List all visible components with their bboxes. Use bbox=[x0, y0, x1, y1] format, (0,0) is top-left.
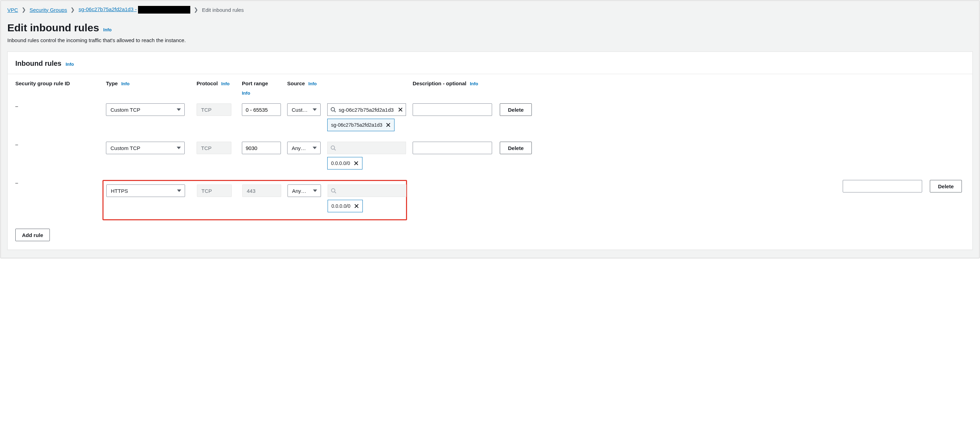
svg-point-0 bbox=[331, 108, 334, 111]
breadcrumb: VPC ❯ Security Groups ❯ sg-06c27b75a2fd2… bbox=[1, 1, 979, 16]
description-input[interactable] bbox=[413, 103, 492, 116]
port-range-input[interactable] bbox=[242, 142, 281, 154]
th-rule-id: Security group rule ID bbox=[15, 81, 106, 86]
delete-button[interactable]: Delete bbox=[930, 180, 962, 192]
rule-row: – HTTPS TCP 443 Anyw… bbox=[15, 176, 965, 227]
source-tag-text: 0.0.0.0/0 bbox=[331, 160, 350, 166]
breadcrumb-sg-id[interactable]: sg-06c27b75a2fd2a1d3 - bbox=[78, 6, 137, 12]
page-title: Edit inbound rules bbox=[7, 22, 99, 34]
th-type: Type bbox=[106, 81, 118, 86]
chevron-right-icon: ❯ bbox=[22, 6, 26, 13]
clear-icon[interactable] bbox=[398, 107, 403, 112]
remove-tag-icon[interactable] bbox=[354, 204, 359, 209]
chevron-right-icon: ❯ bbox=[70, 6, 75, 13]
delete-button[interactable]: Delete bbox=[500, 103, 532, 116]
chevron-down-icon bbox=[177, 147, 181, 149]
rule-id: – bbox=[15, 103, 106, 109]
rule-row: – Custom TCP TCP Custom bbox=[15, 99, 965, 138]
rules-table-header: Security group rule ID Type Info Protoco… bbox=[15, 74, 965, 99]
info-link[interactable]: Info bbox=[470, 81, 478, 86]
th-source: Source bbox=[287, 81, 305, 86]
page-subtitle: Inbound rules control the incoming traff… bbox=[7, 37, 973, 43]
source-tag-text: sg-06c27b75a2fd2a1d3 bbox=[331, 122, 382, 128]
source-search[interactable] bbox=[327, 142, 406, 154]
search-icon bbox=[330, 107, 336, 112]
rule-id: – bbox=[15, 180, 106, 185]
source-mode-select[interactable]: Anyw… bbox=[287, 142, 321, 154]
port-range-field: 443 bbox=[242, 184, 281, 197]
type-select[interactable]: Custom TCP bbox=[106, 103, 185, 116]
type-select[interactable]: Custom TCP bbox=[106, 142, 185, 154]
source-search[interactable] bbox=[328, 184, 406, 197]
info-link[interactable]: Info bbox=[65, 62, 74, 67]
source-tag-text: 0.0.0.0/0 bbox=[331, 203, 351, 209]
chevron-down-icon bbox=[313, 147, 317, 149]
info-link[interactable]: Info bbox=[221, 81, 230, 86]
remove-tag-icon[interactable] bbox=[386, 122, 391, 127]
info-link[interactable]: Info bbox=[242, 90, 250, 96]
chevron-down-icon bbox=[313, 190, 317, 192]
breadcrumb-vpc[interactable]: VPC bbox=[7, 7, 18, 13]
description-input[interactable] bbox=[843, 180, 922, 192]
panel-title: Inbound rules bbox=[15, 60, 61, 68]
chevron-down-icon bbox=[177, 190, 181, 192]
protocol-field: TCP bbox=[197, 142, 231, 154]
breadcrumb-current: Edit inbound rules bbox=[202, 7, 243, 13]
redacted-sg-name bbox=[138, 6, 190, 14]
info-link[interactable]: Info bbox=[309, 81, 317, 86]
delete-button[interactable]: Delete bbox=[500, 142, 532, 154]
chevron-down-icon bbox=[177, 109, 181, 111]
info-link[interactable]: Info bbox=[103, 27, 111, 32]
svg-line-7 bbox=[334, 149, 336, 151]
inbound-rules-panel: Inbound rules Info Security group rule I… bbox=[7, 52, 973, 250]
th-protocol: Protocol bbox=[197, 81, 218, 86]
source-tag: 0.0.0.0/0 bbox=[327, 157, 363, 170]
source-search[interactable]: sg-06c27b75a2fd2a1d3 bbox=[327, 103, 406, 116]
breadcrumb-security-groups[interactable]: Security Groups bbox=[30, 7, 67, 13]
chevron-right-icon: ❯ bbox=[194, 6, 198, 13]
svg-point-10 bbox=[331, 189, 335, 192]
protocol-field: TCP bbox=[197, 184, 232, 197]
add-rule-button[interactable]: Add rule bbox=[15, 229, 50, 241]
search-icon bbox=[330, 145, 336, 151]
description-input[interactable] bbox=[413, 142, 492, 154]
th-port-range: Port range bbox=[242, 81, 268, 86]
source-mode-select[interactable]: Anyw… bbox=[288, 184, 321, 197]
highlight-box: HTTPS TCP 443 Anyw… bbox=[102, 180, 407, 220]
source-tag: sg-06c27b75a2fd2a1d3 bbox=[327, 119, 395, 131]
svg-line-1 bbox=[334, 111, 336, 112]
svg-line-11 bbox=[334, 192, 336, 193]
th-description: Description - optional bbox=[413, 81, 466, 86]
type-select[interactable]: HTTPS bbox=[106, 184, 185, 197]
port-range-input[interactable] bbox=[242, 103, 281, 116]
chevron-down-icon bbox=[313, 109, 317, 111]
source-tag: 0.0.0.0/0 bbox=[328, 200, 363, 212]
source-mode-select[interactable]: Custom bbox=[287, 103, 321, 116]
info-link[interactable]: Info bbox=[121, 81, 130, 86]
protocol-field: TCP bbox=[197, 103, 231, 116]
svg-point-6 bbox=[331, 146, 334, 149]
rule-row: – Custom TCP TCP Anyw… bbox=[15, 138, 965, 176]
rule-id: – bbox=[15, 142, 106, 147]
remove-tag-icon[interactable] bbox=[354, 161, 359, 166]
search-icon bbox=[331, 188, 336, 193]
